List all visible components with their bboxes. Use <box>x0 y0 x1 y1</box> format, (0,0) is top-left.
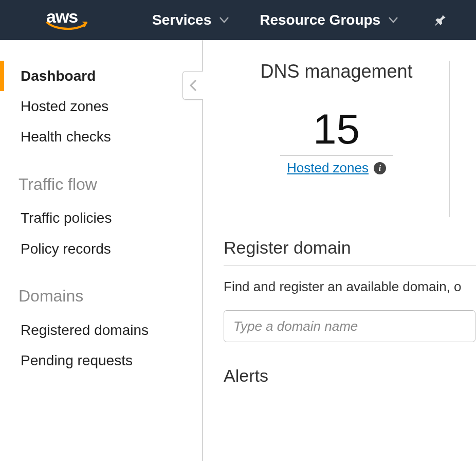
register-domain-description: Find and register an available domain, o <box>224 279 476 295</box>
sidebar-section-traffic-flow: Traffic flow <box>0 168 202 201</box>
dns-management-title: DNS management <box>229 61 445 82</box>
domain-name-input[interactable] <box>224 310 475 342</box>
sidebar: Dashboard Hosted zones Health checks Tra… <box>0 40 203 461</box>
chevron-down-icon <box>219 17 229 23</box>
nav-services-label: Services <box>152 12 211 28</box>
info-icon[interactable]: i <box>374 162 386 174</box>
chevron-down-icon <box>389 17 398 23</box>
sidebar-item-pending-requests[interactable]: Pending requests <box>0 345 202 376</box>
hosted-zones-link[interactable]: Hosted zones <box>287 160 369 176</box>
pin-icon[interactable] <box>434 13 447 27</box>
sidebar-item-dashboard[interactable]: Dashboard <box>0 61 202 91</box>
dns-management-panel: DNS management 15 Hosted zones i <box>224 61 450 217</box>
collapse-sidebar-button[interactable] <box>182 71 203 100</box>
aws-smile-icon <box>46 22 90 31</box>
chevron-left-icon <box>190 80 197 91</box>
main-content: DNS management 15 Hosted zones i Registe… <box>203 40 476 461</box>
sidebar-item-policy-records[interactable]: Policy records <box>0 234 202 264</box>
nav-resource-groups-label: Resource Groups <box>260 12 380 28</box>
register-domain-title: Register domain <box>224 238 476 265</box>
register-domain-section: Register domain Find and register an ava… <box>224 238 476 342</box>
sidebar-item-hosted-zones[interactable]: Hosted zones <box>0 91 202 121</box>
sidebar-item-traffic-policies[interactable]: Traffic policies <box>0 203 202 233</box>
sidebar-item-health-checks[interactable]: Health checks <box>0 121 202 152</box>
alerts-section: Alerts <box>224 366 476 386</box>
sidebar-item-registered-domains[interactable]: Registered domains <box>0 315 202 345</box>
aws-logo[interactable]: aws <box>46 9 90 31</box>
alerts-title: Alerts <box>224 366 476 386</box>
nav-services[interactable]: Services <box>152 12 229 28</box>
hosted-zones-count: 15 <box>313 108 360 150</box>
top-nav: aws Services Resource Groups <box>0 0 476 40</box>
nav-resource-groups[interactable]: Resource Groups <box>260 12 398 28</box>
sidebar-section-domains: Domains <box>0 279 202 313</box>
